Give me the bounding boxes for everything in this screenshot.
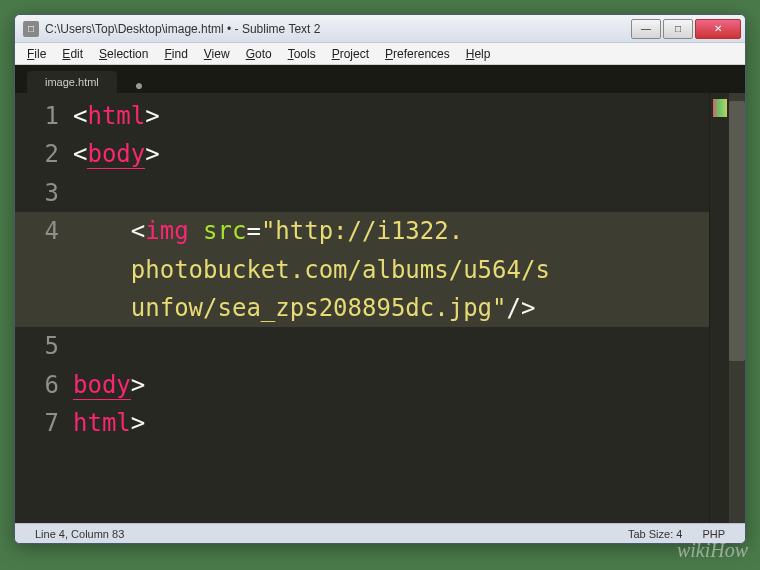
code-line (73, 174, 709, 212)
code-content: <html><body> <img src="http://i1322. pho… (73, 97, 709, 443)
lineno-4: 4 (15, 212, 73, 327)
lineno-1: 1 (15, 97, 73, 135)
gutter: 1234567 (15, 93, 73, 523)
code-line: <body> (73, 135, 709, 173)
menu-find[interactable]: Find (156, 45, 195, 63)
minimap-viewport (713, 99, 727, 117)
menu-view[interactable]: View (196, 45, 238, 63)
code-line (73, 327, 709, 365)
menu-file[interactable]: File (19, 45, 54, 63)
menubar: FileEditSelectionFindViewGotoToolsProjec… (15, 43, 745, 65)
tab-image-html[interactable]: image.html (27, 71, 117, 93)
menu-edit[interactable]: Edit (54, 45, 91, 63)
scrollbar[interactable] (729, 93, 745, 523)
app-window: □ C:\Users\Top\Desktop\image.html • - Su… (14, 14, 746, 544)
lineno-6: 6 (15, 366, 73, 404)
status-language[interactable]: PHP (702, 528, 725, 540)
lineno-3: 3 (15, 174, 73, 212)
tab-dirty-indicator: ● (135, 77, 143, 93)
minimap[interactable] (709, 93, 729, 523)
menu-help[interactable]: Help (458, 45, 499, 63)
window-controls: — □ ✕ (629, 19, 741, 39)
code-area[interactable]: <html><body> <img src="http://i1322. pho… (73, 93, 709, 523)
lineno-2: 2 (15, 135, 73, 173)
minimize-button[interactable]: — (631, 19, 661, 39)
menu-preferences[interactable]: Preferences (377, 45, 458, 63)
status-position[interactable]: Line 4, Column 83 (35, 528, 124, 540)
lineno-5: 5 (15, 327, 73, 365)
editor[interactable]: 1234567 <html><body> <img src="http://i1… (15, 93, 745, 523)
tabbar: image.html ● (15, 65, 745, 93)
code-line: <html> (73, 97, 709, 135)
menu-project[interactable]: Project (324, 45, 377, 63)
code-line: body> (73, 366, 709, 404)
close-button[interactable]: ✕ (695, 19, 741, 39)
code-line: photobucket.com/albums/u564/s (73, 251, 709, 289)
lineno-7: 7 (15, 404, 73, 442)
code-line: unfow/sea_zps208895dc.jpg"/> (73, 289, 709, 327)
code-line: html> (73, 404, 709, 442)
code-line: <img src="http://i1322. (73, 212, 709, 250)
scroll-thumb[interactable] (729, 101, 745, 361)
titlebar[interactable]: □ C:\Users\Top\Desktop\image.html • - Su… (15, 15, 745, 43)
app-icon: □ (23, 21, 39, 37)
menu-tools[interactable]: Tools (280, 45, 324, 63)
window-title: C:\Users\Top\Desktop\image.html • - Subl… (45, 22, 629, 36)
status-tabsize[interactable]: Tab Size: 4 (628, 528, 682, 540)
menu-goto[interactable]: Goto (238, 45, 280, 63)
statusbar: Line 4, Column 83 Tab Size: 4 PHP (15, 523, 745, 543)
menu-selection[interactable]: Selection (91, 45, 156, 63)
maximize-button[interactable]: □ (663, 19, 693, 39)
